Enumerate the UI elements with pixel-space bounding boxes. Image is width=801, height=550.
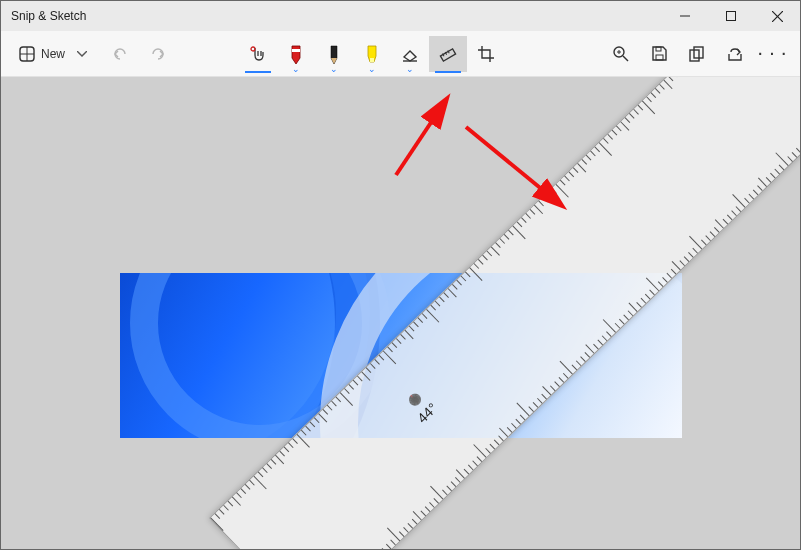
svg-rect-15 bbox=[370, 58, 374, 62]
ruler-icon bbox=[439, 45, 457, 63]
copy-button[interactable] bbox=[678, 36, 716, 72]
more-icon: · · · bbox=[758, 46, 787, 62]
svg-rect-26 bbox=[656, 55, 663, 60]
redo-button[interactable] bbox=[139, 36, 177, 72]
pencil-icon bbox=[326, 44, 342, 64]
close-icon bbox=[772, 11, 783, 22]
ruler-angle-dial[interactable]: 44° bbox=[386, 372, 468, 454]
chevron-down-icon: ⌄ bbox=[330, 65, 338, 73]
pencil-black-button[interactable]: ⌄ bbox=[315, 36, 353, 72]
toolbar: New ⌄ ⌄ ⌄ bbox=[1, 31, 800, 77]
chevron-down-icon bbox=[77, 51, 87, 57]
pen-red-icon bbox=[288, 44, 304, 64]
touch-writing-button[interactable] bbox=[239, 36, 277, 72]
copy-icon bbox=[689, 46, 705, 62]
svg-marker-10 bbox=[292, 46, 300, 64]
svg-line-33 bbox=[466, 127, 561, 205]
chevron-down-icon: ⌄ bbox=[406, 65, 414, 73]
undo-icon bbox=[112, 46, 128, 62]
new-group: New bbox=[9, 36, 93, 72]
share-button[interactable] bbox=[716, 36, 754, 72]
share-icon bbox=[727, 46, 743, 62]
svg-rect-11 bbox=[292, 49, 300, 52]
titlebar: Snip & Sketch bbox=[1, 1, 800, 31]
svg-point-9 bbox=[251, 47, 255, 51]
minimize-button[interactable] bbox=[662, 1, 708, 31]
save-icon bbox=[652, 46, 667, 61]
svg-rect-1 bbox=[727, 12, 736, 21]
new-button-label: New bbox=[41, 47, 65, 61]
highlighter-icon bbox=[364, 44, 380, 64]
undo-button[interactable] bbox=[101, 36, 139, 72]
save-button[interactable] bbox=[640, 36, 678, 72]
zoom-icon bbox=[613, 46, 629, 62]
crop-icon bbox=[477, 45, 495, 63]
new-dropdown[interactable] bbox=[71, 36, 93, 72]
more-button[interactable]: · · · bbox=[754, 36, 792, 72]
touch-icon bbox=[249, 45, 267, 63]
svg-line-31 bbox=[396, 100, 446, 175]
maximize-button[interactable] bbox=[708, 1, 754, 31]
annotation-arrow-2 bbox=[456, 117, 576, 217]
crop-button[interactable] bbox=[467, 36, 505, 72]
app-window: Snip & Sketch New bbox=[0, 0, 801, 550]
eraser-button[interactable]: ⌄ bbox=[391, 36, 429, 72]
svg-marker-16 bbox=[404, 51, 416, 61]
close-button[interactable] bbox=[754, 1, 800, 31]
svg-line-23 bbox=[623, 56, 628, 61]
zoom-button[interactable] bbox=[602, 36, 640, 72]
chevron-down-icon: ⌄ bbox=[368, 65, 376, 73]
maximize-icon bbox=[726, 11, 736, 21]
redo-icon bbox=[150, 46, 166, 62]
pen-red-button[interactable]: ⌄ bbox=[277, 36, 315, 72]
minimize-icon bbox=[680, 11, 690, 21]
eraser-icon bbox=[401, 45, 419, 63]
window-title: Snip & Sketch bbox=[11, 9, 662, 23]
ruler-tool-button[interactable] bbox=[429, 36, 467, 72]
snip-icon bbox=[19, 46, 35, 62]
highlighter-button[interactable]: ⌄ bbox=[353, 36, 391, 72]
new-button[interactable]: New bbox=[9, 36, 71, 72]
canvas-area[interactable]: 44° bbox=[1, 77, 800, 549]
chevron-down-icon: ⌄ bbox=[292, 65, 300, 73]
